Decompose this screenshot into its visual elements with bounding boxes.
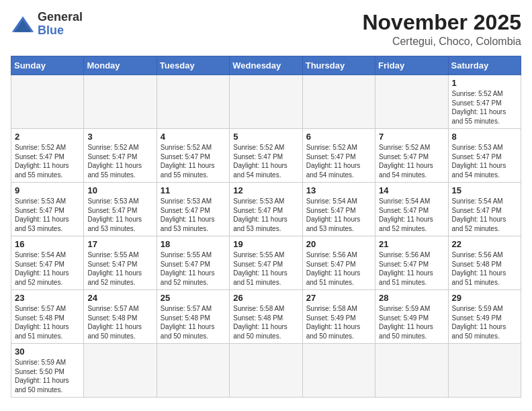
- day-cell-3: 3 Sunrise: 5:52 AM Sunset: 5:47 PM Dayli…: [84, 129, 157, 183]
- header-sunday: Sunday: [11, 56, 84, 75]
- day-cell-7: 7 Sunrise: 5:52 AM Sunset: 5:47 PM Dayli…: [375, 129, 448, 183]
- empty-cell: [448, 344, 521, 398]
- day-cell-27: 27 Sunrise: 5:58 AM Sunset: 5:49 PM Dayl…: [302, 290, 375, 344]
- day-cell-30: 30 Sunrise: 5:59 AM Sunset: 5:50 PM Dayl…: [11, 344, 84, 398]
- calendar-table: Sunday Monday Tuesday Wednesday Thursday…: [11, 56, 521, 398]
- day-cell-14: 14 Sunrise: 5:54 AM Sunset: 5:47 PM Dayl…: [375, 183, 448, 236]
- calendar-row-4: 16 Sunrise: 5:54 AM Sunset: 5:47 PM Dayl…: [11, 236, 521, 290]
- day-cell-17: 17 Sunrise: 5:55 AM Sunset: 5:47 PM Dayl…: [84, 236, 157, 290]
- day-cell-29: 29 Sunrise: 5:59 AM Sunset: 5:49 PM Dayl…: [448, 290, 521, 344]
- header-wednesday: Wednesday: [230, 56, 302, 75]
- day-cell-18: 18 Sunrise: 5:55 AM Sunset: 5:47 PM Dayl…: [157, 236, 229, 290]
- header-thursday: Thursday: [302, 56, 375, 75]
- empty-cell: [157, 75, 229, 129]
- month-year-title: November 2025: [362, 11, 521, 34]
- empty-cell: [84, 344, 157, 398]
- empty-cell: [230, 344, 302, 398]
- day-cell-20: 20 Sunrise: 5:56 AM Sunset: 5:47 PM Dayl…: [302, 236, 375, 290]
- day-cell-5: 5 Sunrise: 5:52 AM Sunset: 5:47 PM Dayli…: [230, 129, 302, 183]
- calendar-row-5: 23 Sunrise: 5:57 AM Sunset: 5:48 PM Dayl…: [11, 290, 521, 344]
- empty-cell: [157, 344, 229, 398]
- day-cell-24: 24 Sunrise: 5:57 AM Sunset: 5:48 PM Dayl…: [84, 290, 157, 344]
- day-cell-8: 8 Sunrise: 5:53 AM Sunset: 5:47 PM Dayli…: [448, 129, 521, 183]
- day-cell-26: 26 Sunrise: 5:58 AM Sunset: 5:48 PM Dayl…: [230, 290, 302, 344]
- day-cell-10: 10 Sunrise: 5:53 AM Sunset: 5:47 PM Dayl…: [84, 183, 157, 236]
- calendar-row-1: 1 Sunrise: 5:52 AM Sunset: 5:47 PM Dayli…: [11, 75, 521, 129]
- logo-text: GeneralBlue: [38, 11, 83, 38]
- day-cell-4: 4 Sunrise: 5:52 AM Sunset: 5:47 PM Dayli…: [157, 129, 229, 183]
- day-cell-6: 6 Sunrise: 5:52 AM Sunset: 5:47 PM Dayli…: [302, 129, 375, 183]
- header-tuesday: Tuesday: [157, 56, 229, 75]
- logo: GeneralBlue: [11, 11, 83, 38]
- calendar-row-2: 2 Sunrise: 5:52 AM Sunset: 5:47 PM Dayli…: [11, 129, 521, 183]
- calendar-row-6: 30 Sunrise: 5:59 AM Sunset: 5:50 PM Dayl…: [11, 344, 521, 398]
- header-monday: Monday: [84, 56, 157, 75]
- empty-cell: [302, 75, 375, 129]
- location-subtitle: Certegui, Choco, Colombia: [362, 36, 521, 48]
- empty-cell: [11, 75, 84, 129]
- day-cell-12: 12 Sunrise: 5:53 AM Sunset: 5:47 PM Dayl…: [230, 183, 302, 236]
- day-cell-1: 1 Sunrise: 5:52 AM Sunset: 5:47 PM Dayli…: [448, 75, 521, 129]
- empty-cell: [84, 75, 157, 129]
- empty-cell: [302, 344, 375, 398]
- day-cell-2: 2 Sunrise: 5:52 AM Sunset: 5:47 PM Dayli…: [11, 129, 84, 183]
- day-cell-22: 22 Sunrise: 5:56 AM Sunset: 5:48 PM Dayl…: [448, 236, 521, 290]
- empty-cell: [230, 75, 302, 129]
- empty-cell: [375, 75, 448, 129]
- day-cell-21: 21 Sunrise: 5:56 AM Sunset: 5:47 PM Dayl…: [375, 236, 448, 290]
- day-cell-28: 28 Sunrise: 5:59 AM Sunset: 5:49 PM Dayl…: [375, 290, 448, 344]
- page-header: GeneralBlue November 2025 Certegui, Choc…: [11, 11, 521, 48]
- day-cell-23: 23 Sunrise: 5:57 AM Sunset: 5:48 PM Dayl…: [11, 290, 84, 344]
- day-cell-25: 25 Sunrise: 5:57 AM Sunset: 5:48 PM Dayl…: [157, 290, 229, 344]
- day-cell-16: 16 Sunrise: 5:54 AM Sunset: 5:47 PM Dayl…: [11, 236, 84, 290]
- header-friday: Friday: [375, 56, 448, 75]
- title-area: November 2025 Certegui, Choco, Colombia: [362, 11, 521, 48]
- calendar-row-3: 9 Sunrise: 5:53 AM Sunset: 5:47 PM Dayli…: [11, 183, 521, 236]
- day-cell-9: 9 Sunrise: 5:53 AM Sunset: 5:47 PM Dayli…: [11, 183, 84, 236]
- weekday-header-row: Sunday Monday Tuesday Wednesday Thursday…: [11, 56, 521, 75]
- header-saturday: Saturday: [448, 56, 521, 75]
- empty-cell: [375, 344, 448, 398]
- day-cell-15: 15 Sunrise: 5:54 AM Sunset: 5:47 PM Dayl…: [448, 183, 521, 236]
- day-cell-13: 13 Sunrise: 5:54 AM Sunset: 5:47 PM Dayl…: [302, 183, 375, 236]
- logo-icon: [11, 15, 35, 34]
- day-cell-11: 11 Sunrise: 5:53 AM Sunset: 5:47 PM Dayl…: [157, 183, 229, 236]
- day-cell-19: 19 Sunrise: 5:55 AM Sunset: 5:47 PM Dayl…: [230, 236, 302, 290]
